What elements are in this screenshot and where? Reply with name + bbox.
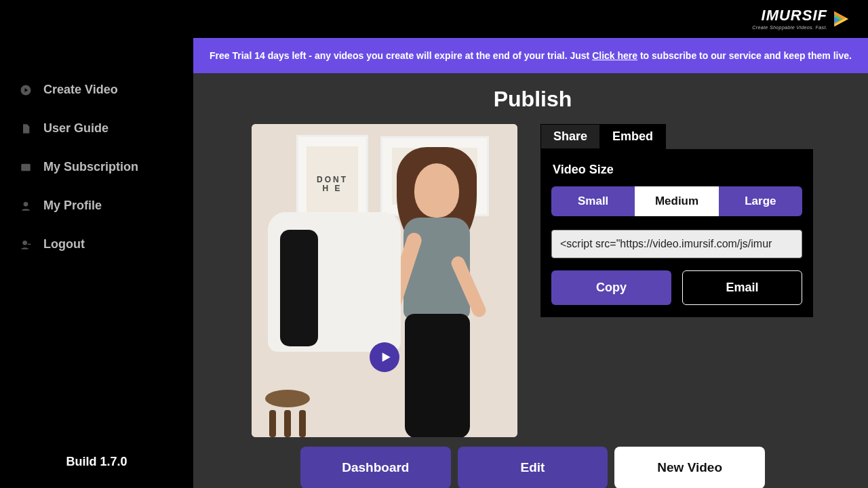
svg-rect-6 <box>21 163 31 171</box>
publish-panel: Share Embed Video Size Small Medium Larg… <box>540 124 813 317</box>
document-icon <box>19 122 33 136</box>
svg-rect-9 <box>28 243 31 244</box>
build-version: Build 1.7.0 <box>0 434 193 488</box>
trial-banner: Free Trial 14 days left - any videos you… <box>193 38 868 73</box>
brand-name: IMURSIF <box>762 8 827 23</box>
sidebar-item-create-video[interactable]: Create Video <box>0 70 193 109</box>
sidebar-item-label: My Profile <box>43 199 102 213</box>
sidebar-item-label: Create Video <box>43 83 118 97</box>
subscription-icon <box>19 161 33 174</box>
size-small[interactable]: Small <box>551 186 635 216</box>
topbar: IMURSIF Create Shoppable Videos. Fast. <box>0 0 868 38</box>
banner-post: to subscribe to our service and keep the… <box>637 50 852 61</box>
svg-point-7 <box>24 202 28 207</box>
play-circle-icon <box>19 83 33 97</box>
sidebar: Create Video User Guide My Subscription <box>0 38 193 488</box>
svg-point-8 <box>22 241 27 245</box>
preview-scene: DONT H E <box>252 124 517 437</box>
embed-code-input[interactable] <box>551 230 802 258</box>
sidebar-item-logout[interactable]: Logout <box>0 225 193 264</box>
play-button[interactable] <box>370 342 399 372</box>
svg-marker-10 <box>382 352 390 361</box>
edit-button[interactable]: Edit <box>458 447 608 488</box>
banner-pre: Free Trial 14 days left - any videos you… <box>210 50 592 61</box>
sidebar-item-label: My Subscription <box>43 160 138 174</box>
tabs: Share Embed <box>540 124 813 149</box>
user-icon <box>19 199 33 213</box>
brand-tagline: Create Shoppable Videos. Fast. <box>752 24 827 30</box>
play-icon <box>380 351 391 363</box>
copy-button[interactable]: Copy <box>551 270 671 305</box>
new-video-button[interactable]: New Video <box>614 447 765 488</box>
size-large[interactable]: Large <box>719 186 802 216</box>
main: Free Trial 14 days left - any videos you… <box>193 38 868 488</box>
video-preview[interactable]: DONT H E <box>252 124 517 437</box>
sidebar-item-my-subscription[interactable]: My Subscription <box>0 148 193 186</box>
banner-link[interactable]: Click here <box>592 50 637 61</box>
brand[interactable]: IMURSIF Create Shoppable Videos. Fast. <box>752 8 850 30</box>
brand-logo-icon <box>831 9 850 28</box>
size-medium[interactable]: Medium <box>635 186 718 216</box>
tab-embed[interactable]: Embed <box>599 124 666 149</box>
dashboard-button[interactable]: Dashboard <box>300 447 451 488</box>
page-title: Publish <box>252 87 814 112</box>
sidebar-item-label: User Guide <box>43 121 108 136</box>
size-segmented: Small Medium Large <box>551 186 802 216</box>
logout-icon <box>19 238 33 251</box>
email-button[interactable]: Email <box>682 270 802 305</box>
sidebar-item-user-guide[interactable]: User Guide <box>0 109 193 148</box>
video-size-label: Video Size <box>553 163 802 177</box>
tab-share[interactable]: Share <box>540 124 599 149</box>
sidebar-item-my-profile[interactable]: My Profile <box>0 186 193 225</box>
bottom-actions: Dashboard Edit New Video <box>300 447 765 488</box>
sidebar-item-label: Logout <box>43 237 85 251</box>
